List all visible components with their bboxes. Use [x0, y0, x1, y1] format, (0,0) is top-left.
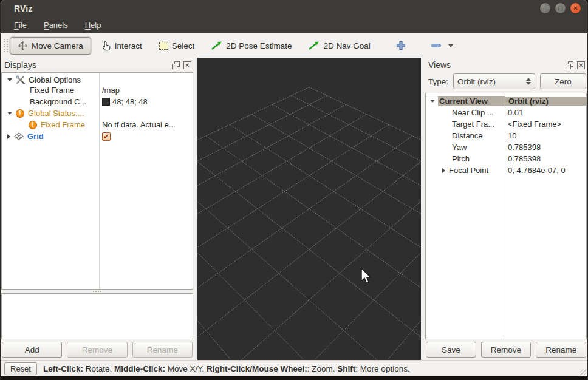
view-type-row: Type: Orbit (rviz) Zero: [425, 72, 587, 90]
tree-row-grid[interactable]: Grid ✔: [2, 131, 193, 142]
remove-button[interactable]: Remove: [67, 342, 127, 358]
distance-value[interactable]: 10: [505, 131, 586, 140]
reset-button[interactable]: Reset: [4, 362, 37, 375]
statusbar: Reset Left-Click: Rotate. Middle-Click: …: [1, 360, 587, 376]
tree-row-global-status[interactable]: ! Global Status:...: [2, 107, 193, 119]
tools-icon: [16, 75, 25, 84]
move-arrows-icon: [18, 41, 28, 51]
hand-pointer-icon: [102, 41, 111, 51]
displays-panel: Displays × Global Op: [1, 58, 194, 360]
nav-goal-tool[interactable]: 2D Nav Goal: [303, 38, 376, 53]
rename-button[interactable]: Rename: [132, 342, 193, 358]
rename-view-button[interactable]: Rename: [536, 342, 586, 358]
move-camera-tool[interactable]: Move Camera: [10, 37, 91, 55]
window-controls: − □ ×: [539, 2, 581, 14]
warning-icon: !: [16, 109, 24, 118]
grid-icon: [14, 132, 24, 140]
float-panel-icon[interactable]: [566, 61, 573, 69]
type-label: Type:: [428, 77, 448, 86]
tree-row-focal-point[interactable]: Focal Point 0; 4.7684e-07; 0: [426, 165, 586, 176]
mouse-help-text: Left-Click: Rotate. Middle-Click: Move X…: [43, 364, 410, 373]
views-panel: Views × Type: Orbit (rviz) Zero: [425, 58, 587, 360]
views-tree: Current View Orbit (rviz) Near Clip ... …: [425, 93, 587, 339]
tree-row-global-options[interactable]: Global Options: [2, 73, 193, 84]
minus-icon: [431, 43, 441, 48]
green-arrow-icon: [211, 41, 222, 50]
tree-row-yaw[interactable]: Yaw 0.785398: [426, 141, 586, 153]
add-button[interactable]: Add: [2, 342, 62, 358]
remove-view-button[interactable]: Remove: [481, 342, 532, 358]
expander-icon[interactable]: [7, 78, 12, 81]
views-panel-title: Views: [428, 60, 566, 70]
selection-box-icon: [159, 42, 168, 50]
tree-row-fixed-frame[interactable]: Fixed Frame /map: [2, 84, 193, 96]
toolbar: Move Camera Interact Select 2D Pose Esti…: [1, 33, 587, 58]
focal-point-value[interactable]: 0; 4.7684e-07; 0: [505, 166, 586, 175]
grid-enabled-checkbox[interactable]: ✔: [102, 132, 111, 141]
close-panel-icon[interactable]: ×: [577, 61, 585, 69]
interact-tool[interactable]: Interact: [96, 38, 148, 54]
zero-button[interactable]: Zero: [540, 73, 586, 89]
expander-icon[interactable]: [7, 134, 10, 139]
displays-tree: Global Options Fixed Frame /map Backgrou…: [1, 72, 193, 290]
pose-estimate-tool[interactable]: 2D Pose Estimate: [205, 38, 298, 53]
warning-icon: !: [29, 121, 37, 129]
plus-icon: [396, 41, 406, 50]
views-panel-header[interactable]: Views ×: [425, 58, 587, 72]
displays-panel-title: Displays: [4, 60, 172, 70]
menu-panels[interactable]: Panels: [36, 19, 75, 32]
menu-file[interactable]: File: [7, 19, 34, 32]
expander-icon[interactable]: [442, 168, 445, 173]
green-arrow-icon: [309, 41, 320, 50]
color-swatch: [102, 98, 110, 106]
target-frame-value[interactable]: <Fixed Frame>: [505, 120, 586, 129]
background-color-value[interactable]: 48; 48; 48: [99, 97, 193, 106]
view-type-combobox[interactable]: Orbit (rviz): [453, 73, 535, 89]
displays-panel-header[interactable]: Displays ×: [1, 58, 194, 72]
tree-row-current-view[interactable]: Current View Orbit (rviz): [426, 95, 586, 107]
save-view-button[interactable]: Save: [426, 342, 476, 358]
menu-help[interactable]: Help: [78, 19, 109, 32]
spinner-arrows-icon: [526, 78, 531, 85]
menubar: File Panels Help: [1, 17, 587, 33]
remove-tool-button[interactable]: [425, 40, 459, 51]
mouse-cursor: [360, 268, 374, 286]
main-area: Displays × Global Op: [1, 58, 587, 360]
yaw-value[interactable]: 0.785398: [505, 143, 586, 152]
select-tool[interactable]: Select: [153, 38, 201, 53]
tree-row-distance[interactable]: Distance 10: [426, 130, 586, 141]
resize-grip-icon[interactable]: [580, 369, 586, 375]
toolbar-grip[interactable]: [4, 39, 8, 52]
tree-row-pitch[interactable]: Pitch 0.785398: [426, 153, 586, 165]
expander-icon[interactable]: [7, 112, 12, 115]
viewport-3d[interactable]: [197, 58, 421, 360]
tree-row-target-frame[interactable]: Target Fra... <Fixed Frame>: [426, 118, 586, 130]
property-description-box: [1, 293, 193, 339]
window-bottom-edge: [1, 376, 587, 380]
maximize-button[interactable]: □: [555, 2, 566, 14]
rviz-window: RViz − □ × File Panels Help Move Camera: [0, 0, 588, 380]
titlebar[interactable]: RViz − □ ×: [1, 0, 587, 17]
tree-row-background-color[interactable]: Background C... 48; 48; 48: [2, 96, 193, 107]
near-clip-value[interactable]: 0.01: [505, 108, 586, 117]
expander-icon[interactable]: [430, 100, 435, 103]
close-button[interactable]: ×: [570, 2, 581, 14]
fixed-frame-value[interactable]: /map: [99, 86, 193, 95]
minimize-button[interactable]: −: [539, 2, 551, 14]
tree-row-near-clip[interactable]: Near Clip ... 0.01: [426, 107, 586, 118]
pitch-value[interactable]: 0.785398: [505, 154, 586, 163]
window-title: RViz: [14, 4, 33, 13]
views-buttons: Save Remove Rename: [425, 339, 587, 360]
add-tool-button[interactable]: [390, 38, 412, 53]
float-panel-icon[interactable]: [172, 61, 180, 69]
chevron-down-icon[interactable]: [448, 44, 453, 47]
displays-buttons: Add Remove Rename: [1, 339, 194, 360]
ground-grid: [197, 58, 421, 360]
tree-row-status-fixed-frame[interactable]: ! Fixed Frame No tf data. Actual e...: [2, 119, 193, 131]
close-panel-icon[interactable]: ×: [183, 61, 191, 69]
